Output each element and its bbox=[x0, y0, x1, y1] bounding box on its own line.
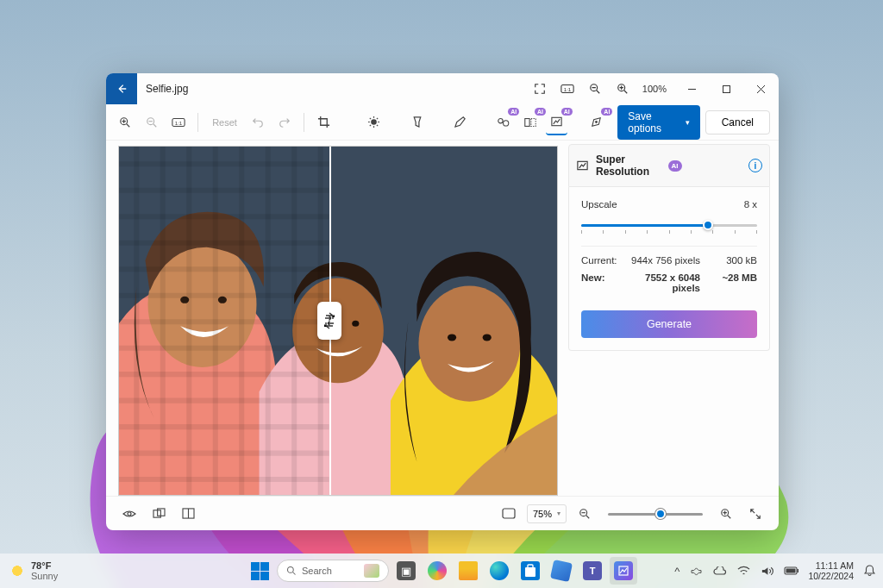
sun-icon bbox=[9, 562, 26, 579]
fit-tool[interactable]: 1:1 bbox=[168, 109, 190, 135]
zoom-in-icon[interactable] bbox=[610, 76, 636, 102]
taskbar-search[interactable]: Search bbox=[277, 560, 389, 582]
blur-ai-tool[interactable]: AI bbox=[519, 109, 541, 135]
condition: Sunny bbox=[31, 571, 58, 581]
cloud-icon[interactable] bbox=[711, 566, 729, 576]
weather-widget[interactable]: 78°F Sunny bbox=[9, 560, 58, 581]
current-label: Current: bbox=[581, 255, 631, 266]
crop-tool[interactable] bbox=[313, 109, 335, 135]
svg-line-86 bbox=[293, 572, 296, 575]
filter-tool[interactable] bbox=[406, 109, 428, 135]
info-icon[interactable]: i bbox=[748, 159, 762, 172]
redo-tool[interactable] bbox=[274, 109, 296, 135]
new-label: New: bbox=[581, 272, 631, 293]
comparison-handle[interactable] bbox=[317, 302, 341, 340]
svg-rect-92 bbox=[798, 569, 799, 572]
generate-button[interactable]: Generate bbox=[581, 310, 757, 338]
undo-tool[interactable] bbox=[247, 109, 269, 135]
photos-app-window: Selfie.jpg 1:1 100% 1:1 Reset AI AI bbox=[106, 73, 779, 530]
copilot-icon[interactable] bbox=[423, 557, 451, 585]
edge-icon[interactable] bbox=[485, 557, 513, 585]
compare-icon[interactable] bbox=[147, 503, 170, 525]
svg-point-23 bbox=[372, 119, 378, 125]
tray-chevron-icon[interactable]: ^ bbox=[673, 565, 681, 578]
upscale-slider[interactable] bbox=[581, 216, 757, 234]
task-view-icon[interactable]: ▣ bbox=[392, 557, 420, 585]
fullscreen-icon[interactable] bbox=[527, 76, 553, 102]
reset-button[interactable]: Reset bbox=[207, 117, 242, 128]
svg-line-79 bbox=[586, 515, 590, 518]
explorer-icon[interactable] bbox=[454, 557, 482, 585]
notification-icon[interactable] bbox=[861, 565, 874, 577]
svg-rect-91 bbox=[786, 569, 796, 573]
svg-line-29 bbox=[377, 125, 378, 126]
start-button[interactable] bbox=[246, 557, 273, 585]
svg-point-85 bbox=[288, 567, 294, 573]
svg-rect-88 bbox=[528, 565, 533, 568]
zoom-in-tool[interactable] bbox=[115, 109, 136, 135]
svg-text:1:1: 1:1 bbox=[564, 86, 572, 92]
svg-line-19 bbox=[153, 123, 157, 127]
zoom-slider[interactable] bbox=[608, 507, 703, 521]
back-button[interactable] bbox=[106, 73, 137, 104]
expand-icon[interactable] bbox=[744, 503, 767, 525]
svg-rect-77 bbox=[503, 509, 515, 518]
erase-ai-tool[interactable]: AI bbox=[492, 109, 514, 135]
current-size: 300 kB bbox=[714, 255, 757, 266]
svg-line-28 bbox=[370, 118, 371, 119]
markup-tool[interactable] bbox=[449, 109, 471, 135]
svg-point-46 bbox=[418, 286, 520, 402]
svg-line-82 bbox=[728, 515, 731, 518]
zoom-select[interactable]: 75%▾ bbox=[527, 504, 567, 523]
volume-icon[interactable] bbox=[759, 566, 775, 577]
upscale-label: Upscale bbox=[581, 199, 617, 210]
svg-line-15 bbox=[127, 123, 130, 127]
adjust-tool[interactable] bbox=[363, 109, 385, 135]
teams-icon[interactable]: T bbox=[579, 557, 606, 585]
view-icon[interactable] bbox=[118, 503, 141, 525]
search-highlight-icon bbox=[364, 564, 379, 578]
wifi-icon[interactable] bbox=[736, 566, 752, 576]
current-dims: 944x 756 pixels bbox=[631, 255, 714, 266]
window-title: Selfie.jpg bbox=[137, 83, 527, 95]
svg-point-37 bbox=[596, 121, 598, 123]
svg-point-72 bbox=[128, 512, 131, 516]
close-button[interactable] bbox=[746, 76, 775, 102]
phone-icon[interactable] bbox=[548, 557, 575, 585]
svg-text:1:1: 1:1 bbox=[175, 119, 183, 125]
super-resolution-panel: Super Resolution AI i Upscale 8 x bbox=[563, 141, 779, 496]
cancel-button[interactable]: Cancel bbox=[705, 110, 770, 134]
fit-screen-icon[interactable] bbox=[498, 503, 520, 525]
superres-ai-tool[interactable]: AI bbox=[546, 109, 567, 135]
onedrive-icon[interactable] bbox=[688, 566, 705, 576]
svg-line-31 bbox=[377, 118, 378, 119]
svg-rect-34 bbox=[524, 118, 529, 126]
svg-point-32 bbox=[498, 118, 503, 122]
image-canvas[interactable] bbox=[118, 146, 558, 496]
ai-tag: AI bbox=[668, 160, 682, 172]
svg-line-4 bbox=[597, 91, 600, 94]
svg-point-33 bbox=[503, 120, 508, 125]
zoom-in-bottom[interactable] bbox=[715, 503, 737, 525]
photos-app-icon[interactable] bbox=[610, 557, 637, 585]
zoom-out-icon[interactable] bbox=[582, 76, 608, 102]
zoom-percentage: 100% bbox=[637, 84, 672, 94]
clock[interactable]: 11:11 AM 10/22/2024 bbox=[808, 560, 854, 581]
store-icon[interactable] bbox=[517, 557, 544, 585]
svg-point-48 bbox=[483, 334, 492, 341]
battery-icon[interactable] bbox=[782, 566, 801, 575]
superres-panel-icon bbox=[576, 160, 589, 172]
status-bar: 75%▾ bbox=[106, 496, 779, 530]
zoom-out-bottom[interactable] bbox=[573, 503, 596, 525]
search-icon bbox=[286, 566, 297, 576]
save-options-button[interactable]: Save options▾ bbox=[617, 105, 699, 140]
upscale-value: 8 x bbox=[744, 199, 757, 210]
edit-toolbar: 1:1 Reset AI AI AI AI Save options▾ Canc… bbox=[106, 104, 779, 141]
style-ai-tool[interactable]: AI bbox=[586, 109, 608, 135]
maximize-button[interactable] bbox=[711, 76, 741, 102]
zoom-out-tool[interactable] bbox=[141, 109, 163, 135]
split-icon[interactable] bbox=[177, 503, 199, 525]
minimize-button[interactable] bbox=[677, 76, 706, 102]
actual-size-icon[interactable]: 1:1 bbox=[554, 76, 580, 102]
svg-rect-11 bbox=[723, 85, 730, 92]
